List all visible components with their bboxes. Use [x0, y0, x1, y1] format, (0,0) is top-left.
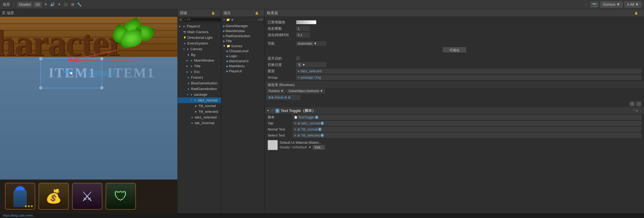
- game-panel-3[interactable]: ⚔: [72, 183, 102, 210]
- sel-handle-tr[interactable]: [100, 57, 103, 60]
- tree-item-tab2normal[interactable]: ◈ tab_2normal: [178, 120, 221, 126]
- gameobject-dropdown[interactable]: GameObject.SetActive ▼: [287, 89, 325, 93]
- project-star-icon[interactable]: ★: [231, 18, 234, 22]
- tools-icon[interactable]: 🔧: [77, 2, 82, 7]
- tree-item-frame1[interactable]: ◈ Frame1: [178, 75, 221, 80]
- proj-arrow-scenes: ▼: [223, 44, 226, 48]
- project-lock-icon[interactable]: 🔒: [255, 11, 258, 15]
- insp-checkbox-ison[interactable]: ✓: [296, 57, 300, 60]
- comp-more-icon[interactable]: ⋮: [639, 109, 642, 112]
- comp-check-texttoggle[interactable]: ✓: [271, 109, 274, 112]
- tree-icon-package: ◈: [190, 93, 193, 96]
- proj-item-radgamebtn[interactable]: ◈ RadGamebutton: [221, 33, 265, 38]
- color-swatch-disabled[interactable]: [296, 20, 316, 24]
- gizmos-dropdown[interactable]: Gizmos ▼: [600, 1, 622, 7]
- runtime-dropdown[interactable]: Runtime ▼: [267, 89, 286, 93]
- tree-item-radgamebtn[interactable]: ◈ RadGamebutton: [178, 86, 221, 92]
- hierarchy-more-icon[interactable]: ⋮: [216, 11, 219, 15]
- script-ref[interactable]: 📄 TextToggle ⊙: [293, 115, 641, 120]
- tree-item-canvas[interactable]: ▼ ◈ Canvas: [178, 46, 221, 52]
- game-panel-4[interactable]: 🛡: [106, 183, 136, 210]
- comp-header-texttoggle[interactable]: ▼ ✓ # Text Toggle（脚本） ? ⚙ ⋮: [265, 107, 644, 114]
- edit-btn[interactable]: Edit...: [313, 145, 325, 150]
- tab-ref[interactable]: ⊕ ⊕ tab1_normal ⊙: [293, 121, 641, 126]
- inspector-panel: 检查器 🔒 ⋮ 已禁用颜色 色彩乘数: [265, 9, 644, 213]
- tab-ref-circle[interactable]: ⊙: [320, 122, 324, 125]
- insp-dropdown-navigation[interactable]: Automatic ▼: [296, 41, 326, 46]
- proj-item-scenes-folder[interactable]: ▼ 📁 Scenes: [221, 43, 265, 49]
- game-panel-1[interactable]: ★★★: [5, 183, 35, 210]
- panel-ref-circle[interactable]: ⊕: [288, 95, 291, 99]
- select-text-ref[interactable]: ⊕ ⊕ Titl_selected ⊙: [293, 133, 641, 138]
- script-ref-circle[interactable]: ⊙: [315, 115, 318, 119]
- tree-item-title[interactable]: ▶ ◈ Title ›: [178, 63, 221, 69]
- insp-input-fade[interactable]: [296, 33, 310, 37]
- tree-item-titlselected[interactable]: ◈ Titl_selected: [178, 109, 221, 114]
- tree-item-package[interactable]: ▼ ◈ package: [178, 92, 221, 97]
- graphic-ref[interactable]: ⊕ tab1_selected: [296, 69, 641, 73]
- insp-value-fade: [296, 33, 641, 37]
- proj-item-playerui[interactable]: ◈ PlayerUI: [221, 69, 265, 74]
- panel-ref[interactable]: ⊕ ⊕ Panel ⊕ ⊕: [267, 95, 300, 100]
- project-add-icon[interactable]: +: [223, 17, 225, 22]
- hierarchy-lock-icon[interactable]: 🔒: [211, 11, 215, 15]
- tree-item-mainwindow[interactable]: ▶ ◈ MainWindow ›: [178, 58, 221, 63]
- lighting-icon[interactable]: ☀: [43, 2, 48, 7]
- more-options-icon[interactable]: ⋮: [583, 2, 588, 7]
- proj-item-mainmenu[interactable]: ◈ MainMenu: [221, 64, 265, 69]
- tree-item-tab1normal[interactable]: ▼ ◈ tab1_normal: [178, 97, 221, 103]
- effects-icon[interactable]: ✦: [56, 2, 62, 7]
- proj-item-gamemanager[interactable]: ◈ GameManager: [221, 23, 265, 28]
- group-ref[interactable]: ⊕ package (Tog: [296, 75, 641, 80]
- camera-icon[interactable]: 🎥: [63, 2, 68, 7]
- grid-icon[interactable]: ⊞: [70, 2, 75, 7]
- proj-item-maingameui[interactable]: ◈ MainGameUi: [221, 59, 265, 64]
- tree-item-eventsystem[interactable]: ◈ EventSystem: [178, 40, 221, 46]
- tree-item-maincamera[interactable]: 📷 Main Camera: [178, 29, 221, 35]
- add-btn[interactable]: +: [630, 102, 634, 106]
- proj-item-title[interactable]: ◈ Title: [221, 38, 265, 43]
- insp-dropdown-transition[interactable]: 无 ▼: [296, 62, 326, 67]
- select-text-ref-circle[interactable]: ⊙: [320, 134, 324, 137]
- audio-icon[interactable]: 🔊: [50, 2, 55, 7]
- normal-text-ref-circle[interactable]: ⊙: [318, 128, 322, 131]
- inspector-lock-icon[interactable]: 🔒: [634, 11, 638, 15]
- proj-item-mainwindow[interactable]: ◈ MainWindow: [221, 28, 265, 33]
- tree-item-tab1selected[interactable]: ◈ tab1_selected: [178, 114, 221, 120]
- game-panel-2[interactable]: 💰: [38, 183, 69, 210]
- tree-item-titlnormal[interactable]: ◈ Titl_normal: [178, 103, 221, 109]
- hierarchy-search[interactable]: [183, 17, 225, 22]
- tree-item-playerui[interactable]: ▶ ◈ PlayerUI ⋮: [178, 23, 221, 29]
- tree-icon-tab1normal: ◈: [193, 98, 197, 102]
- tree-item-esc[interactable]: ▶ ◈ Esc ›: [178, 69, 221, 75]
- project-folder-icon[interactable]: 📁: [226, 18, 230, 22]
- camera-btn[interactable]: 📷: [590, 2, 598, 7]
- tree-label-bluegamebtn: BlueGamebutton: [191, 81, 218, 85]
- playerui-more[interactable]: ⋮: [217, 25, 220, 28]
- sel-handle-bl[interactable]: [40, 87, 42, 89]
- visualize-btn[interactable]: 可视化: [443, 47, 466, 53]
- shading-dropdown[interactable]: Shaded: [17, 2, 32, 7]
- inspector-more-icon[interactable]: ⋮: [639, 11, 642, 15]
- 2d-toggle[interactable]: 2D: [34, 2, 42, 7]
- sel-handle-tl[interactable]: [40, 57, 42, 60]
- hierarchy-add-icon[interactable]: +: [180, 17, 182, 22]
- insp-input-color-mult[interactable]: [296, 26, 310, 31]
- item1-right-label: ITEM1: [107, 65, 155, 81]
- tree-item-bg[interactable]: ◈ Bg: [178, 52, 221, 58]
- scene-content[interactable]: haracter ITEM1: [0, 17, 178, 213]
- tree-item-dirlight[interactable]: 💡 Directional Light: [178, 35, 221, 40]
- select-text-row: Select Text ⊕ ⊕ Titl_selected ⊙: [265, 132, 644, 138]
- normal-text-ref[interactable]: ⊕ ⊕ Titl_normal ⊙: [293, 127, 641, 132]
- comp-settings-icon[interactable]: ⚙: [636, 109, 638, 112]
- sel-handle-br[interactable]: [100, 87, 103, 89]
- proj-item-chooselevel[interactable]: ◈ ChooseLevel: [221, 49, 265, 54]
- remove-btn[interactable]: −: [636, 102, 641, 106]
- all-dropdown[interactable]: ≡ All ▼: [624, 1, 641, 7]
- tree-item-bluegamebtn[interactable]: ◈ BlueGamebutton: [178, 80, 221, 86]
- scene-header: ☰ 场景: [0, 9, 178, 17]
- project-more-icon[interactable]: ⋮: [260, 11, 263, 15]
- proj-item-login[interactable]: ◈ Login: [221, 54, 265, 59]
- comp-help-icon[interactable]: ?: [633, 109, 634, 112]
- material-swatch[interactable]: [268, 140, 278, 150]
